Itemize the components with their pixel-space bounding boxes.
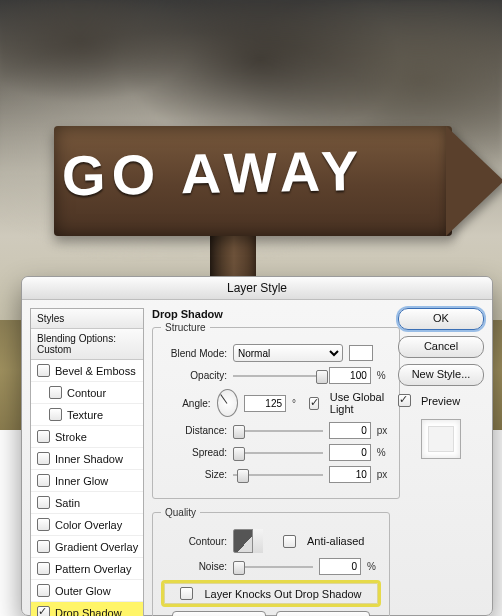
cancel-button[interactable]: Cancel (398, 336, 484, 358)
opacity-slider[interactable] (233, 369, 323, 383)
style-item-gradient-overlay[interactable]: Gradient Overlay (31, 536, 143, 558)
ok-button[interactable]: OK (398, 308, 484, 330)
style-item-checkbox[interactable] (37, 474, 50, 487)
styles-header[interactable]: Styles (31, 309, 143, 329)
style-item-texture[interactable]: Texture (31, 404, 143, 426)
dialog-title: Layer Style (22, 277, 492, 300)
opacity-label: Opacity: (161, 370, 227, 381)
shadow-color-swatch[interactable] (349, 345, 373, 361)
style-item-label: Outer Glow (55, 585, 111, 597)
blend-mode-select[interactable]: Normal (233, 344, 343, 362)
style-item-checkbox[interactable] (49, 408, 62, 421)
use-global-light-label: Use Global Light (330, 391, 391, 415)
structure-legend: Structure (161, 322, 210, 333)
opacity-unit: % (377, 370, 391, 381)
style-item-checkbox[interactable] (49, 386, 62, 399)
style-item-drop-shadow[interactable]: Drop Shadow (31, 602, 143, 616)
make-default-button[interactable]: Make Default (172, 611, 266, 616)
size-label: Size: (161, 469, 227, 480)
knockout-highlight: Layer Knocks Out Drop Shadow (161, 580, 381, 607)
style-item-checkbox[interactable] (37, 496, 50, 509)
distance-label: Distance: (161, 425, 227, 436)
style-item-bevel-emboss[interactable]: Bevel & Emboss (31, 360, 143, 382)
style-item-checkbox[interactable] (37, 540, 50, 553)
size-unit: px (377, 469, 391, 480)
contour-picker[interactable] (233, 529, 263, 553)
angle-label: Angle: (161, 398, 211, 409)
style-item-label: Texture (67, 409, 103, 421)
distance-unit: px (377, 425, 391, 436)
noise-label: Noise: (161, 561, 227, 572)
angle-unit: ° (292, 398, 303, 409)
drop-shadow-panel: Drop Shadow Structure Blend Mode: Normal… (152, 308, 390, 616)
distance-slider[interactable] (233, 424, 323, 438)
blend-mode-label: Blend Mode: (161, 348, 227, 359)
contour-label: Contour: (161, 536, 227, 547)
structure-group: Structure Blend Mode: Normal Opacity: % (152, 322, 400, 499)
noise-slider[interactable] (233, 560, 313, 574)
style-item-label: Stroke (55, 431, 87, 443)
size-input[interactable] (329, 466, 371, 483)
new-style-button[interactable]: New Style... (398, 364, 484, 386)
style-item-checkbox[interactable] (37, 518, 50, 531)
noise-unit: % (367, 561, 381, 572)
style-item-satin[interactable]: Satin (31, 492, 143, 514)
style-item-label: Color Overlay (55, 519, 122, 531)
preview-label: Preview (421, 395, 460, 407)
spread-unit: % (377, 447, 391, 458)
style-item-label: Pattern Overlay (55, 563, 131, 575)
style-item-color-overlay[interactable]: Color Overlay (31, 514, 143, 536)
dialog-buttons: OK Cancel New Style... Preview (398, 308, 484, 616)
style-item-stroke[interactable]: Stroke (31, 426, 143, 448)
size-slider[interactable] (233, 468, 323, 482)
style-item-checkbox[interactable] (37, 606, 50, 616)
style-item-label: Inner Shadow (55, 453, 123, 465)
spread-input[interactable] (329, 444, 371, 461)
style-item-checkbox[interactable] (37, 430, 50, 443)
styles-list: Styles Blending Options: Custom Bevel & … (30, 308, 144, 616)
style-item-label: Satin (55, 497, 80, 509)
knockout-checkbox[interactable] (180, 587, 193, 600)
style-item-label: Bevel & Emboss (55, 365, 136, 377)
style-item-pattern-overlay[interactable]: Pattern Overlay (31, 558, 143, 580)
anti-aliased-label: Anti-aliased (307, 535, 364, 547)
use-global-light-checkbox[interactable] (309, 397, 319, 410)
style-item-label: Gradient Overlay (55, 541, 138, 553)
opacity-input[interactable] (329, 367, 371, 384)
style-item-inner-glow[interactable]: Inner Glow (31, 470, 143, 492)
style-item-label: Drop Shadow (55, 607, 122, 616)
style-item-label: Contour (67, 387, 106, 399)
angle-input[interactable] (244, 395, 286, 412)
layer-style-dialog: Layer Style Styles Blending Options: Cus… (21, 276, 493, 616)
anti-aliased-checkbox[interactable] (283, 535, 296, 548)
reset-to-default-button[interactable]: Reset to Default (276, 611, 370, 616)
noise-input[interactable] (319, 558, 361, 575)
knockout-label: Layer Knocks Out Drop Shadow (204, 588, 361, 600)
style-item-checkbox[interactable] (37, 452, 50, 465)
style-item-contour[interactable]: Contour (31, 382, 143, 404)
style-item-inner-shadow[interactable]: Inner Shadow (31, 448, 143, 470)
blending-options-header[interactable]: Blending Options: Custom (31, 329, 143, 360)
section-title: Drop Shadow (152, 308, 390, 320)
distance-input[interactable] (329, 422, 371, 439)
preview-thumbnail (421, 419, 461, 459)
style-item-outer-glow[interactable]: Outer Glow (31, 580, 143, 602)
preview-checkbox[interactable] (398, 394, 411, 407)
angle-dial[interactable] (217, 389, 239, 417)
spread-slider[interactable] (233, 446, 323, 460)
style-item-checkbox[interactable] (37, 584, 50, 597)
quality-group: Quality Contour: Anti-aliased Noise: % (152, 507, 390, 616)
style-item-checkbox[interactable] (37, 364, 50, 377)
quality-legend: Quality (161, 507, 200, 518)
style-item-checkbox[interactable] (37, 562, 50, 575)
style-item-label: Inner Glow (55, 475, 108, 487)
spread-label: Spread: (161, 447, 227, 458)
sign-text: GO AWAY (61, 137, 442, 209)
